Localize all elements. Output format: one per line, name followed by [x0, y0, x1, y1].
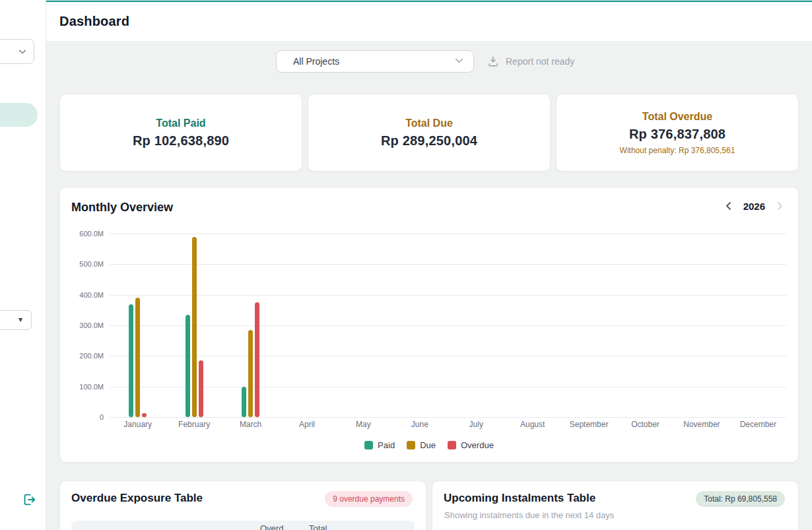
- year-label: 2026: [743, 201, 765, 212]
- legend-item-paid: Paid: [364, 440, 395, 450]
- overdue-table-col-header: Overd: [260, 523, 283, 530]
- year-next-button[interactable]: [773, 199, 786, 213]
- report-status-text: Report not ready: [506, 56, 574, 67]
- chevron-right-icon: [774, 201, 785, 211]
- month-label: August: [504, 420, 560, 429]
- monthly-overview-title: Monthly Overview: [71, 201, 173, 215]
- legend-label: Overdue: [461, 440, 494, 450]
- bar-due: [192, 237, 197, 417]
- stat-value: Rp 289,250,004: [381, 133, 477, 149]
- year-prev-button[interactable]: [722, 199, 735, 213]
- overdue-exposure-card: Overdue Exposure Table 9 overdue payment…: [59, 480, 426, 530]
- bar-group-february: [166, 234, 222, 417]
- bar-group-september: [560, 234, 617, 417]
- bar-paid: [129, 304, 133, 417]
- app-root: ▾ Dashboard All Projects Report not read: [0, 0, 812, 530]
- bar-group-march: [222, 234, 279, 417]
- y-axis-tick: 300.0M: [60, 321, 104, 329]
- header-bar: Dashboard: [46, 3, 812, 41]
- stat-card-total-overdue: Total Overdue Rp 376,837,808 Without pen…: [556, 94, 799, 172]
- chevron-down-icon: [454, 55, 464, 67]
- bar-group-may: [335, 234, 391, 417]
- y-axis-tick: 0: [60, 413, 104, 421]
- bar-group-june: [391, 234, 448, 417]
- legend-label: Paid: [378, 440, 395, 450]
- bar-overdue: [255, 302, 259, 417]
- month-label: June: [391, 420, 448, 429]
- month-label: February: [166, 420, 222, 429]
- project-filter-select[interactable]: All Projects: [276, 50, 474, 73]
- bar-overdue: [142, 413, 147, 417]
- monthly-bar-chart: JanuaryFebruaryMarchAprilMayJuneJulyAugu…: [110, 234, 786, 429]
- bar-group-april: [279, 234, 335, 417]
- sidebar-active-item[interactable]: [0, 103, 38, 127]
- y-axis-tick: 200.0M: [60, 352, 104, 360]
- upcoming-table-subtitle: Showing instalments due in the next 14 d…: [444, 510, 614, 520]
- stat-card-total-due: Total Due Rp 289,250,004: [308, 94, 551, 172]
- month-label: January: [110, 420, 166, 429]
- upcoming-total-badge: Total: Rp 69,805,558: [696, 491, 785, 507]
- legend-swatch-overdue: [448, 441, 456, 449]
- year-navigation: 2026: [722, 199, 786, 213]
- sidebar: ▾: [0, 0, 46, 530]
- y-axis-tick: 600.0M: [60, 230, 104, 238]
- chart-plot: [110, 234, 786, 417]
- project-filter-value: All Projects: [293, 56, 339, 67]
- legend-label: Due: [420, 440, 436, 450]
- page-title: Dashboard: [59, 14, 129, 29]
- chart-month-labels: JanuaryFebruaryMarchAprilMayJuneJulyAugu…: [110, 420, 786, 429]
- upcoming-table-title: Upcoming Instalments Table: [444, 492, 595, 505]
- y-axis-tick: 400.0M: [60, 291, 104, 299]
- month-label: December: [730, 420, 786, 429]
- chart-bar-groups: [110, 234, 786, 417]
- gridline: [110, 417, 786, 418]
- monthly-overview-card: Monthly Overview 2026 0100.0M200.0M300.0…: [59, 187, 799, 463]
- stat-value: Rp 102,638,890: [133, 133, 229, 149]
- month-label: April: [279, 420, 335, 429]
- sidebar-top-select[interactable]: [0, 39, 34, 64]
- legend-item-due: Due: [407, 440, 436, 450]
- month-label: October: [617, 420, 673, 429]
- logout-button[interactable]: [22, 492, 36, 507]
- y-axis-tick: 500.0M: [60, 260, 104, 268]
- overdue-table-col-header: Total: [309, 523, 327, 530]
- logout-icon: [22, 492, 36, 507]
- download-report-button[interactable]: Report not ready: [487, 50, 574, 73]
- bar-group-july: [448, 234, 504, 417]
- upcoming-instalments-card: Upcoming Instalments Table Showing insta…: [432, 480, 799, 530]
- legend-item-overdue: Overdue: [448, 440, 494, 450]
- top-accent-strip: [46, 0, 812, 2]
- bar-paid: [242, 387, 246, 417]
- month-label: November: [673, 420, 729, 429]
- overdue-count-badge: 9 overdue payments: [325, 491, 413, 507]
- month-label: March: [222, 420, 279, 429]
- stat-label: Total Paid: [156, 117, 205, 129]
- stat-value: Rp 376,837,808: [629, 127, 726, 142]
- stat-note: Without penalty: Rp 376,805,561: [620, 146, 735, 155]
- bar-group-october: [617, 234, 673, 417]
- overdue-table-header: Overd Total: [71, 521, 415, 530]
- stat-cards: Total Paid Rp 102,638,890 Total Due Rp 2…: [59, 94, 799, 172]
- y-axis-tick: 100.0M: [60, 383, 104, 391]
- bar-group-august: [504, 234, 560, 417]
- month-label: May: [335, 420, 391, 429]
- month-label: September: [560, 420, 617, 429]
- chevron-down-icon: ▾: [18, 315, 22, 324]
- sidebar-bottom-select[interactable]: ▾: [0, 310, 32, 330]
- stat-label: Total Due: [405, 117, 453, 129]
- legend-swatch-due: [407, 441, 415, 449]
- chevron-down-icon: [18, 47, 27, 59]
- legend-swatch-paid: [364, 441, 373, 449]
- bar-group-november: [673, 234, 729, 417]
- chevron-left-icon: [724, 201, 734, 211]
- bar-overdue: [199, 360, 203, 417]
- bar-due: [248, 330, 253, 417]
- bar-paid: [186, 315, 190, 417]
- download-icon: [487, 55, 499, 67]
- chart-y-axis-labels: 0100.0M200.0M300.0M400.0M500.0M600.0M: [60, 234, 104, 417]
- bar-group-january: [110, 234, 166, 417]
- bar-group-december: [730, 234, 786, 417]
- main-content: All Projects Report not ready Total Paid…: [46, 41, 812, 530]
- month-label: July: [448, 420, 504, 429]
- chart-legend: Paid Due Overdue: [60, 440, 798, 450]
